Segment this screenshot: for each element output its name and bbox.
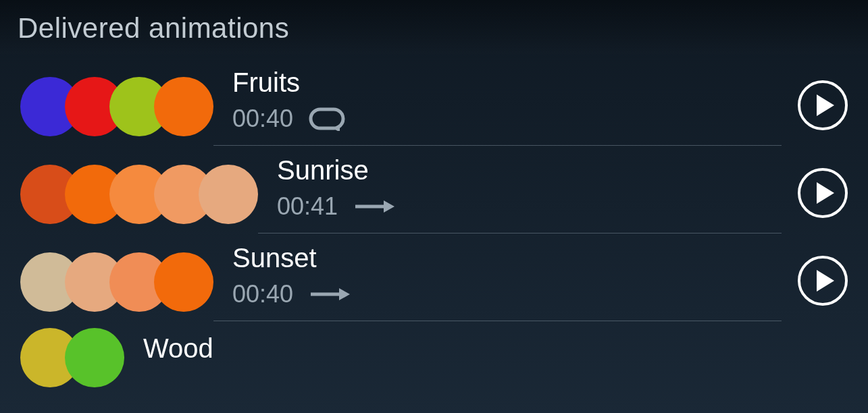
duration-label: 00:41 — [277, 192, 338, 221]
play-button[interactable] — [798, 80, 848, 130]
svg-marker-3 — [384, 200, 394, 213]
animation-name: Sunrise — [277, 155, 782, 186]
animation-info: Sunset 00:40 — [213, 243, 782, 321]
animation-row[interactable]: Fruits 00:40 — [0, 58, 868, 146]
animation-name: Sunset — [232, 243, 782, 273]
loop-icon — [308, 107, 346, 131]
animation-row[interactable]: Sunset 00:40 — [0, 233, 868, 321]
animation-meta: 00:41 — [277, 192, 782, 221]
color-swatches — [20, 165, 258, 224]
color-swatches — [20, 252, 213, 312]
svg-marker-5 — [339, 288, 350, 300]
animation-meta: 00:40 — [232, 280, 782, 308]
animation-info: Wood — [124, 333, 840, 383]
duration-label: 00:40 — [232, 280, 293, 308]
animations-list: Fruits 00:40 Sunrise — [0, 54, 868, 387]
animation-name: Fruits — [232, 67, 782, 98]
arrow-right-icon — [353, 198, 396, 215]
play-icon — [817, 270, 834, 292]
color-swatch — [154, 77, 213, 136]
animation-info: Sunrise 00:41 — [258, 155, 782, 233]
animation-info: Fruits 00:40 — [213, 67, 782, 146]
play-button[interactable] — [798, 168, 848, 218]
color-swatch — [65, 328, 124, 387]
animation-name: Wood — [143, 333, 840, 364]
play-button[interactable] — [798, 256, 848, 306]
section-title: Delivered animations — [18, 12, 850, 45]
color-swatch — [199, 165, 258, 224]
play-icon — [817, 182, 834, 204]
color-swatches — [20, 77, 213, 136]
arrow-right-icon — [308, 286, 351, 302]
color-swatch — [154, 252, 213, 312]
animation-row[interactable]: Wood — [0, 321, 868, 387]
animation-row[interactable]: Sunrise 00:41 — [0, 146, 868, 233]
play-icon — [817, 94, 834, 116]
color-swatches — [20, 328, 124, 387]
duration-label: 00:40 — [232, 105, 293, 133]
animation-meta: 00:40 — [232, 105, 782, 133]
list-header: Delivered animations — [0, 0, 868, 54]
